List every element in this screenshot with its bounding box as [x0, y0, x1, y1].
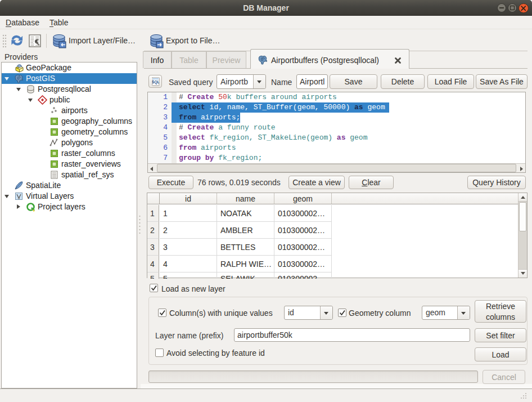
svg-text:SQL: SQL	[152, 80, 159, 84]
